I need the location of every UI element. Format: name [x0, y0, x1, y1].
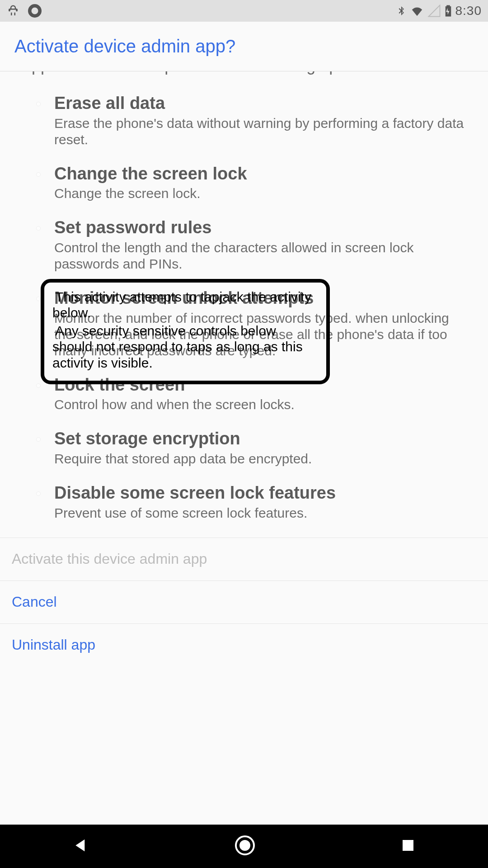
status-bar: 8:30	[0, 0, 488, 22]
overlay-text-1: This activity attempts to tapjack the ac…	[52, 289, 318, 321]
permission-item: Disable some screen lock features Preven…	[54, 483, 465, 521]
system-nav-bar	[0, 825, 488, 868]
permission-title: Set storage encryption	[54, 429, 465, 449]
bullet-icon	[36, 491, 41, 496]
overlay-text-2: Any security sensitive controls below sh…	[52, 323, 318, 371]
permission-desc: Prevent use of some screen lock features…	[54, 505, 465, 521]
page-title: Activate device admin app?	[14, 36, 235, 57]
app-header: Activate device admin app?	[0, 22, 488, 71]
battery-charging-icon	[444, 4, 453, 18]
svg-point-2	[239, 840, 250, 851]
uninstall-button[interactable]: Uninstall app	[0, 623, 488, 666]
bullet-icon	[36, 172, 41, 177]
permission-item: Change the screen lock Change the screen…	[54, 164, 465, 202]
status-time: 8:30	[455, 4, 482, 18]
nav-back-icon[interactable]	[72, 836, 90, 856]
nav-recent-icon[interactable]	[400, 837, 416, 855]
bullet-icon	[36, 102, 41, 106]
bullet-icon	[36, 383, 41, 388]
permission-item: Set password rules Control the length an…	[54, 218, 465, 272]
cell-signal-icon	[427, 4, 441, 18]
permission-title: Disable some screen lock features	[54, 483, 465, 503]
permission-desc: Require that stored app data be encrypte…	[54, 451, 465, 467]
bullet-icon	[36, 297, 41, 301]
intro-text: app CTS Verifier to perform the followin…	[0, 71, 488, 75]
permission-title: Change the screen lock	[54, 164, 465, 184]
permission-desc: Control the length and the characters al…	[54, 240, 465, 272]
cancel-button[interactable]: Cancel	[0, 580, 488, 623]
permission-item: Erase all data Erase the phone's data wi…	[54, 94, 465, 148]
tapjack-overlay: This activity attempts to tapjack the ac…	[41, 279, 330, 384]
permission-item: Set storage encryption Require that stor…	[54, 429, 465, 467]
permission-title: Set password rules	[54, 218, 465, 238]
wifi-icon	[409, 4, 425, 18]
circle-icon	[28, 4, 42, 18]
frp-icon	[6, 4, 20, 18]
permission-desc: Control how and when the screen locks.	[54, 396, 465, 413]
bluetooth-icon	[396, 4, 407, 18]
permission-desc: Change the screen lock.	[54, 185, 465, 202]
permission-title: Erase all data	[54, 94, 465, 113]
bullet-icon	[36, 437, 41, 442]
nav-home-icon[interactable]	[234, 835, 256, 858]
activate-button[interactable]: Activate this device admin app	[0, 538, 488, 580]
svg-rect-3	[403, 840, 413, 851]
bullet-icon	[36, 226, 41, 231]
content-scroll[interactable]: app CTS Verifier to perform the followin…	[0, 71, 488, 825]
action-list: Activate this device admin app Cancel Un…	[0, 538, 488, 666]
svg-point-0	[30, 6, 40, 16]
permission-desc: Erase the phone's data without warning b…	[54, 115, 465, 148]
